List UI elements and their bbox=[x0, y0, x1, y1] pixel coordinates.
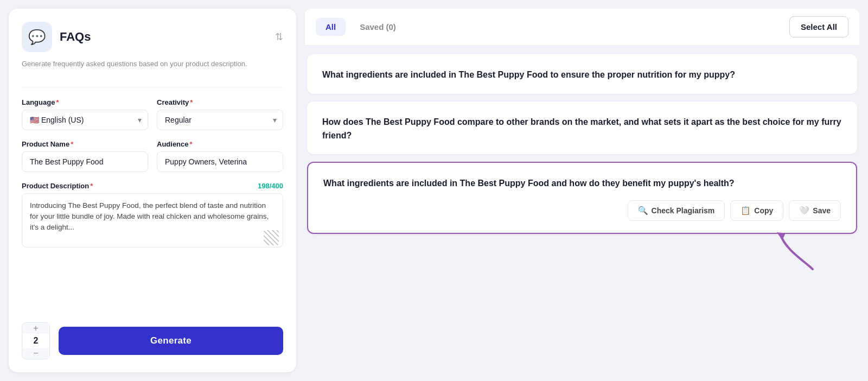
char-count: 198/400 bbox=[258, 182, 283, 190]
result-text-3: What ingredients are included in The Bes… bbox=[323, 177, 841, 190]
form-group-creativity: Creativity* Regular Creative Professiona… bbox=[157, 98, 283, 130]
tool-icon: 💬 bbox=[22, 22, 52, 52]
divider bbox=[22, 87, 283, 87]
copy-icon: 📋 bbox=[741, 206, 751, 215]
form-group-audience: Audience* bbox=[157, 140, 283, 172]
copy-button[interactable]: 📋 Copy bbox=[730, 200, 783, 221]
form-row-product: Product Name* Audience* bbox=[22, 140, 283, 172]
tabs-bar: All Saved (0) Select All bbox=[305, 9, 859, 46]
quantity-display: 2 bbox=[22, 334, 49, 348]
result-text-2: How does The Best Puppy Food compare to … bbox=[322, 116, 842, 143]
description-label: Product Description* bbox=[22, 182, 93, 190]
language-select[interactable]: 🇺🇸 English (US) 🇬🇧 English (UK) 🇫🇷 Frenc… bbox=[22, 110, 148, 130]
product-name-label: Product Name* bbox=[22, 140, 148, 148]
result-text-1: What ingredients are included in The Bes… bbox=[322, 68, 842, 82]
qty-decrease-button[interactable]: − bbox=[22, 348, 49, 359]
quantity-control: + 2 − bbox=[22, 322, 50, 359]
generate-button[interactable]: Generate bbox=[59, 327, 283, 355]
description-textarea[interactable]: Introducing The Best Puppy Food, the per… bbox=[22, 193, 283, 247]
language-label: Language* bbox=[22, 98, 148, 106]
tab-all[interactable]: All bbox=[316, 18, 346, 36]
expand-icon[interactable]: ⇅ bbox=[275, 31, 283, 43]
check-plagiarism-button[interactable]: 🔍 Check Plagiarism bbox=[628, 200, 725, 221]
search-icon: 🔍 bbox=[638, 206, 648, 215]
form-group-language: Language* 🇺🇸 English (US) 🇬🇧 English (UK… bbox=[22, 98, 148, 130]
bottom-row: + 2 − Generate bbox=[22, 322, 283, 359]
language-select-wrapper: 🇺🇸 English (US) 🇬🇧 English (UK) 🇫🇷 Frenc… bbox=[22, 110, 148, 130]
audience-input[interactable] bbox=[157, 151, 283, 172]
spacer bbox=[305, 242, 859, 274]
svg-marker-0 bbox=[777, 230, 788, 241]
results-area: What ingredients are included in The Bes… bbox=[305, 46, 859, 372]
required-marker: * bbox=[56, 98, 59, 106]
tab-saved[interactable]: Saved (0) bbox=[350, 18, 406, 36]
product-name-input[interactable] bbox=[22, 151, 148, 172]
result-card-1: What ingredients are included in The Bes… bbox=[307, 54, 857, 94]
right-panel: All Saved (0) Select All What ingredient… bbox=[305, 0, 868, 381]
resize-handle bbox=[264, 230, 279, 245]
qty-increase-button[interactable]: + bbox=[22, 323, 49, 334]
tool-header-left: 💬 FAQs bbox=[22, 22, 91, 52]
card-actions: 🔍 Check Plagiarism 📋 Copy 🤍 Save bbox=[323, 200, 841, 221]
result-card-3: What ingredients are included in The Bes… bbox=[307, 162, 857, 234]
required-marker-4: * bbox=[190, 140, 193, 148]
save-button[interactable]: 🤍 Save bbox=[789, 200, 841, 221]
form-group-product-name: Product Name* bbox=[22, 140, 148, 172]
creativity-label: Creativity* bbox=[157, 98, 283, 106]
tabs-left: All Saved (0) bbox=[316, 18, 406, 36]
desc-header: Product Description* 198/400 bbox=[22, 182, 283, 190]
required-marker-2: * bbox=[190, 98, 193, 106]
required-marker-3: * bbox=[71, 140, 73, 148]
tool-title: FAQs bbox=[60, 30, 91, 44]
creativity-select[interactable]: Regular Creative Professional bbox=[157, 110, 283, 130]
audience-label: Audience* bbox=[157, 140, 283, 148]
select-all-button[interactable]: Select All bbox=[789, 16, 848, 37]
required-marker-5: * bbox=[90, 182, 93, 190]
creativity-select-wrapper: Regular Creative Professional bbox=[157, 110, 283, 130]
tool-description: Generate frequently asked questions base… bbox=[22, 59, 283, 69]
left-panel: 💬 FAQs ⇅ Generate frequently asked quest… bbox=[9, 9, 296, 372]
result-card-2: How does The Best Puppy Food compare to … bbox=[307, 101, 857, 155]
form-row-lang-creativity: Language* 🇺🇸 English (US) 🇬🇧 English (UK… bbox=[22, 98, 283, 130]
heart-icon: 🤍 bbox=[799, 206, 809, 215]
form-group-description: Product Description* 198/400 Introducing… bbox=[22, 182, 283, 312]
tool-header: 💬 FAQs ⇅ bbox=[22, 22, 283, 52]
textarea-wrapper: Introducing The Best Puppy Food, the per… bbox=[22, 193, 283, 250]
